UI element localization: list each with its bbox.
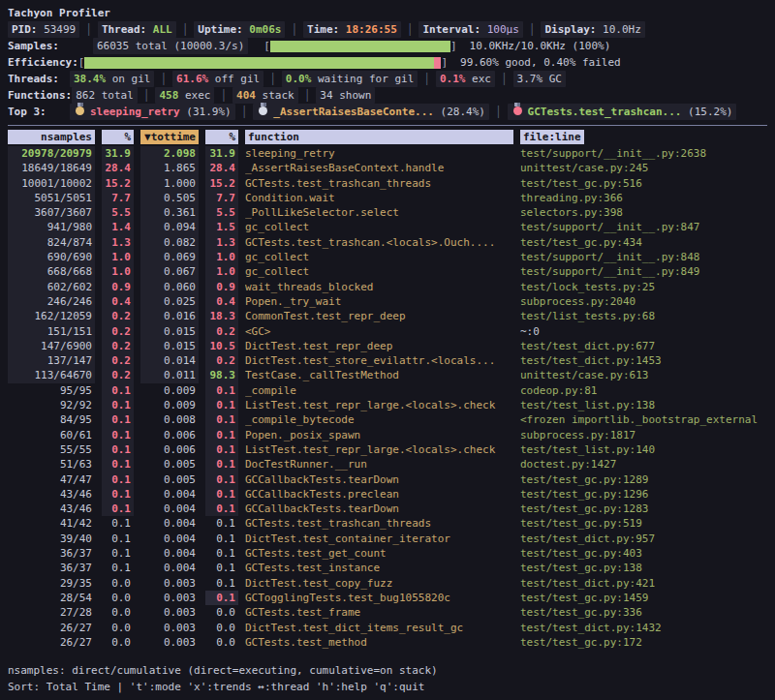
table-row[interactable]: 151/1510.20.0150.2<GC>~:0	[8, 324, 767, 339]
separator: │	[495, 71, 513, 87]
fileline-cell: test/test_gc.py:1289	[520, 472, 767, 487]
top3-percent: (31.9%)	[180, 106, 232, 118]
nsamples-cell: 47/47	[8, 472, 95, 487]
fileline-cell: unittest/case.py:613	[520, 368, 767, 382]
table-row[interactable]: 5051/50517.70.5057.7Condition.waitthread…	[8, 191, 767, 205]
table-row[interactable]: 39/400.10.0040.1DictTest.test_container_…	[8, 532, 767, 546]
table-row[interactable]: 602/6020.90.0600.9wait_threads_blockedte…	[8, 280, 767, 294]
cum-pct-cell: 18.3	[205, 309, 238, 323]
top3-item[interactable]: GCTests.test_trashcan... (15.2%)	[508, 104, 737, 120]
table-row[interactable]: 41/420.10.0040.1GCTests.test_trashcan_th…	[8, 516, 767, 531]
cum-pct-cell: 0.1	[205, 428, 238, 442]
header-col-tottime[interactable]: ▼tottime	[140, 130, 199, 144]
table-row[interactable]: 20978/2097931.92.09831.9sleeping_retryte…	[8, 146, 767, 161]
cum-pct-cell: 1.5	[205, 220, 238, 234]
table-row[interactable]: 43/460.10.0040.1GCCallbackTests.tearDown…	[8, 502, 767, 516]
threads-value: 3.7%	[517, 73, 543, 85]
efficiency-label: Efficiency:	[8, 54, 78, 71]
nsamples-cell: 246/246	[8, 294, 95, 309]
functions-value: 458	[159, 89, 178, 102]
functions-segment: 458 exec	[155, 87, 214, 104]
table-row[interactable]: 27/280.00.0030.0GCTests.test_frametest/t…	[8, 605, 767, 620]
separator: │	[154, 71, 172, 87]
interval-value: 100µs	[487, 23, 519, 36]
header-col-direct-pct[interactable]: %	[102, 130, 134, 144]
table-row[interactable]: 29/350.00.0030.1DictTest.test_copy_fuzzt…	[8, 576, 767, 591]
table-row[interactable]: 668/6681.00.0671.0gc_collecttest/support…	[8, 264, 767, 279]
table-row[interactable]: 3607/36075.50.3615.5_PollLikeSelector.se…	[8, 205, 767, 220]
nsamples-cell: 3607/3607	[8, 205, 95, 220]
table-row[interactable]: 95/950.10.0090.1_compilecodeop.py:81	[8, 383, 767, 398]
fileline-cell: test/test_dict.py:1453	[520, 353, 767, 368]
footer: nsamples: direct/cumulative (direct=exec…	[8, 662, 767, 695]
nsamples-cell: 92/92	[8, 398, 95, 412]
table-row[interactable]: 690/6901.00.0691.0gc_collecttest/support…	[8, 250, 767, 264]
medal-bronze-icon	[513, 107, 522, 115]
table-row[interactable]: 26/270.00.0030.0GCTests.test_methodtest/…	[8, 635, 767, 650]
header-col-nsamples[interactable]: nsamples	[8, 130, 95, 144]
header-col-function[interactable]: function	[245, 130, 513, 144]
top3-item[interactable]: sleeping_retry (31.9%)	[70, 104, 235, 120]
thread-field[interactable]: Thread: ALL	[98, 21, 176, 38]
table-row[interactable]: 60/610.10.0060.1Popen._posix_spawnsubpro…	[8, 428, 767, 442]
table-row[interactable]: 47/470.10.0050.1GCCallbackTests.tearDown…	[8, 472, 767, 487]
tottime-cell: 0.008	[140, 412, 199, 427]
fileline-cell: test/list_tests.py:68	[520, 309, 767, 323]
tottime-cell: 0.082	[140, 235, 199, 250]
cum-pct-cell: 5.5	[205, 205, 238, 220]
nsamples-cell: 18649/18649	[8, 161, 95, 175]
table-row[interactable]: 36/370.10.0040.1GCTests.test_get_countte…	[8, 546, 767, 561]
table-row[interactable]: 26/270.00.0030.0DictTest.test_dict_items…	[8, 621, 767, 635]
table-row[interactable]: 51/630.10.0050.1DocTestRunner.__rundocte…	[8, 457, 767, 472]
tottime-cell: 0.005	[140, 457, 199, 472]
direct-pct-cell: 0.9	[102, 280, 134, 294]
separator: │	[401, 21, 419, 38]
table-row[interactable]: 137/1470.20.0140.2DictTest.test_store_ev…	[8, 353, 767, 368]
cum-pct-cell: 0.1	[205, 442, 238, 457]
table-row[interactable]: 113/646700.20.01198.3TestCase._callTestM…	[8, 368, 767, 382]
direct-pct-cell: 0.1	[102, 457, 134, 472]
function-cell: GCTests.test_trashcan.<locals>.Ouch....	[245, 235, 513, 250]
direct-pct-cell: 0.1	[102, 398, 134, 412]
medal-gold-icon	[76, 107, 84, 115]
table-row[interactable]: 10001/1000215.21.00015.2GCTests.test_tra…	[8, 176, 767, 191]
table-row[interactable]: 941/9801.40.0941.5gc_collecttest/support…	[8, 220, 767, 234]
table-row[interactable]: 824/8741.30.0821.3GCTests.test_trashcan.…	[8, 235, 767, 250]
header-col-fileline[interactable]: file:line	[520, 130, 584, 144]
table-row[interactable]: 92/920.10.0090.1ListTest.test_repr_large…	[8, 398, 767, 412]
table-row[interactable]: 36/370.10.0040.1GCTests.test_instancetes…	[8, 561, 767, 575]
top3-item[interactable]: _AssertRaisesBaseConte... (28.4%)	[253, 104, 489, 120]
function-cell: gc_collect	[245, 220, 513, 234]
efficiency-bar	[84, 57, 441, 69]
table-row[interactable]: 18649/1864928.41.86528.4_AssertRaisesBas…	[8, 161, 767, 175]
direct-pct-cell: 0.1	[102, 546, 134, 561]
separator: │	[176, 21, 195, 38]
table-row[interactable]: 28/540.00.0030.1GCTogglingTests.test_bug…	[8, 591, 767, 605]
header-col-cum-pct[interactable]: %	[205, 130, 238, 144]
cum-pct-cell: 0.1	[205, 591, 238, 605]
function-cell: _compile_bytecode	[245, 412, 513, 427]
fileline-cell: doctest.py:1427	[520, 457, 767, 472]
fileline-cell: test/test_gc.py:403	[520, 546, 767, 561]
function-cell: DictTest.test_store_evilattr.<locals...	[245, 353, 513, 368]
threads-value: 0.1%	[440, 73, 466, 85]
samples-label: Samples:	[8, 38, 70, 54]
tottime-cell: 0.014	[140, 353, 199, 368]
fileline-cell: test/support/__init__.py:849	[520, 264, 767, 279]
table-row[interactable]: 162/120590.20.01618.3CommonTest.test_rep…	[8, 309, 767, 323]
table-row[interactable]: 55/550.10.0060.1ListTest.test_repr_large…	[8, 442, 767, 457]
tottime-cell: 1.000	[140, 176, 199, 191]
cum-pct-cell: 0.1	[205, 412, 238, 427]
table-row[interactable]: 84/950.10.0080.1_compile_bytecode<frozen…	[8, 412, 767, 427]
functions-value: 404	[236, 89, 256, 102]
table-row[interactable]: 246/2460.40.0250.4Popen._try_waitsubproc…	[8, 294, 767, 309]
tottime-cell: 0.361	[140, 205, 199, 220]
table-row[interactable]: 43/460.10.0040.1GCCallbackTests.preclean…	[8, 487, 767, 502]
direct-pct-cell: 1.0	[102, 250, 134, 264]
nsamples-cell: 20978/20979	[8, 146, 95, 161]
table-row[interactable]: 147/69000.20.01510.5DictTest.test_repr_d…	[8, 339, 767, 353]
nsamples-cell: 690/690	[8, 250, 95, 264]
threads-segment: 0.1% exc	[436, 71, 495, 87]
separator: │	[298, 87, 317, 104]
function-cell: DictTest.test_repr_deep	[245, 339, 513, 353]
